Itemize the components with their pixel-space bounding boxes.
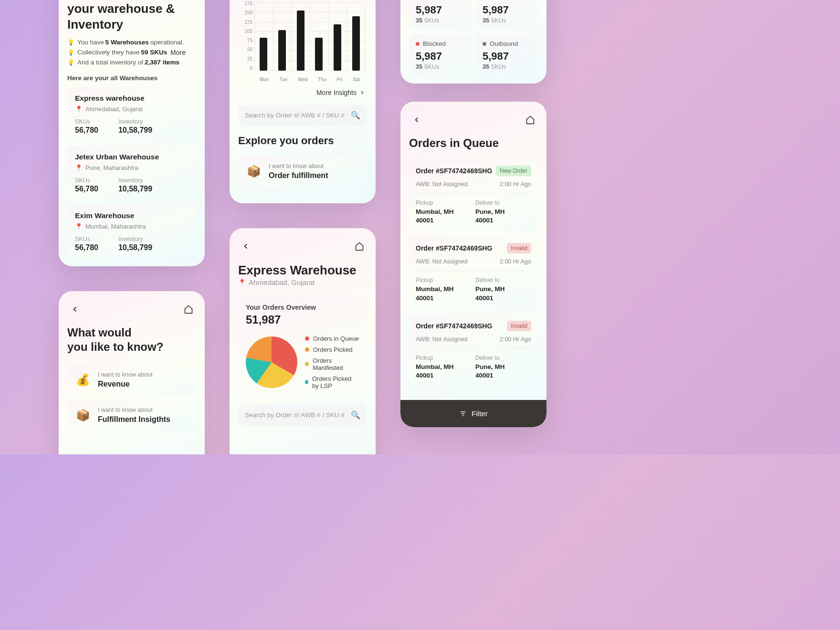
location-text: 📍Pune, Maharashtra xyxy=(75,164,189,171)
page-title: your warehouse & Inventory xyxy=(67,1,196,32)
order-id: Order #SF74742469SHG xyxy=(416,167,492,175)
summary-bullets: 💡You have5 Warehousesoperational. 💡Colle… xyxy=(67,39,196,66)
legend-item: Orders Picked xyxy=(305,346,359,353)
topic-card[interactable]: 📦 I want to know about Order fulfillment xyxy=(238,156,367,187)
topic-card[interactable]: 💰 I want to know about Revenue xyxy=(67,365,196,395)
filter-button[interactable]: Filter xyxy=(400,400,546,427)
orders-queue-screen: Orders in Queue Order #SF74742469SHG New… xyxy=(400,102,546,427)
page-title: Express Warehouse xyxy=(238,262,367,278)
kpi-card[interactable]: 5,987 35 SKUs xyxy=(409,0,471,30)
search-icon: 🔍 xyxy=(351,410,360,420)
warehouse-name: Jetex Urban Warehouse xyxy=(75,153,189,161)
pie-chart xyxy=(246,336,297,388)
back-icon[interactable] xyxy=(238,239,253,254)
location-text: 📍Ahmedabad, Gujarat xyxy=(75,105,189,113)
pin-icon: 📍 xyxy=(75,164,83,171)
kpi-card[interactable]: Blocked 5,987 35 SKUs xyxy=(409,34,471,76)
more-link[interactable]: More xyxy=(170,49,186,56)
order-card[interactable]: Order #SF74742469SHG Invalid AWB: Not As… xyxy=(409,314,538,387)
warehouse-screen: your warehouse & Inventory 💡You have5 Wa… xyxy=(59,0,205,266)
legend-item: Orders Manifested xyxy=(305,357,359,371)
express-warehouse-screen: Express Warehouse 📍Ahmedabad, Gujarat Yo… xyxy=(230,228,376,454)
order-id: Order #SF74742469SHG xyxy=(416,322,492,330)
insights-screen: What wouldyou like to know? 💰 I want to … xyxy=(59,291,205,454)
kpi-screen: 5,987 35 SKUs 5,987 35 SKUs Blocked 5,98… xyxy=(400,0,546,84)
chart-screen: 1751501251007550250 MonTueWedThuFriSat M… xyxy=(230,0,376,203)
warehouse-card[interactable]: Exim Warehouse 📍Mumbai, Maharashtra SKUs… xyxy=(67,205,196,259)
search-input[interactable]: Search by Order #/ AWB # / SKU # 🔍 xyxy=(238,405,367,425)
search-input[interactable]: Search by Order #/ AWB # / SKU # 🔍 xyxy=(238,105,367,126)
topic-icon: 📦 xyxy=(75,407,91,423)
order-card[interactable]: Order #SF74742469SHG Invalid AWB: Not As… xyxy=(409,236,538,309)
bar-chart: 1751501251007550250 MonTueWedThuFriSat xyxy=(238,1,367,82)
pin-icon: 📍 xyxy=(75,223,83,230)
page-title: What wouldyou like to know? xyxy=(67,326,196,354)
kpi-card[interactable]: Outbound 5,987 35 SKUs xyxy=(476,34,538,76)
home-icon[interactable] xyxy=(352,239,367,254)
status-badge: Invalid xyxy=(507,243,531,253)
back-icon[interactable] xyxy=(67,302,83,317)
page-title: Orders in Queue xyxy=(409,136,538,150)
back-icon[interactable] xyxy=(409,112,424,127)
pin-icon: 📍 xyxy=(75,105,83,113)
location-text: 📍Ahmedabad, Gujarat xyxy=(238,278,367,286)
topic-icon: 💰 xyxy=(75,372,91,388)
legend-item: Orders in Queue xyxy=(305,335,359,342)
pin-icon: 📍 xyxy=(238,279,246,286)
overview-card: Your Orders Overview 51,987 Orders in Qu… xyxy=(238,296,367,397)
section-label: Here are your all Warehouses xyxy=(67,74,196,82)
pie-legend: Orders in QueueOrders PickedOrders Manif… xyxy=(305,335,359,389)
location-text: 📍Mumbai, Maharashtra xyxy=(75,223,189,230)
status-badge: New Order xyxy=(496,166,531,176)
legend-item: Orders Picked by LSP xyxy=(305,375,359,389)
warehouse-card[interactable]: Jetex Urban Warehouse 📍Pune, Maharashtra… xyxy=(67,146,196,200)
package-icon: 📦 xyxy=(246,163,262,179)
more-insights-link[interactable]: More Insights xyxy=(240,89,365,96)
order-id: Order #SF74742469SHG xyxy=(416,244,492,252)
warehouse-card[interactable]: Express warehouse 📍Ahmedabad, Gujarat SK… xyxy=(67,87,196,141)
status-badge: Invalid xyxy=(507,321,531,331)
home-icon[interactable] xyxy=(181,302,196,317)
order-card[interactable]: Order #SF74742469SHG New Order AWB: Not … xyxy=(409,159,538,231)
chevron-right-icon xyxy=(359,90,365,95)
filter-icon xyxy=(459,410,467,418)
warehouse-name: Express warehouse xyxy=(75,94,189,103)
topic-card[interactable]: 📦 I want to know about Fulfillment Insig… xyxy=(67,400,196,430)
warehouse-name: Exim Warehouse xyxy=(75,211,189,220)
search-icon: 🔍 xyxy=(351,111,360,120)
kpi-card[interactable]: 5,987 35 SKUs xyxy=(476,0,538,30)
home-icon[interactable] xyxy=(523,112,538,127)
explore-title: Explore you orders xyxy=(238,134,367,147)
